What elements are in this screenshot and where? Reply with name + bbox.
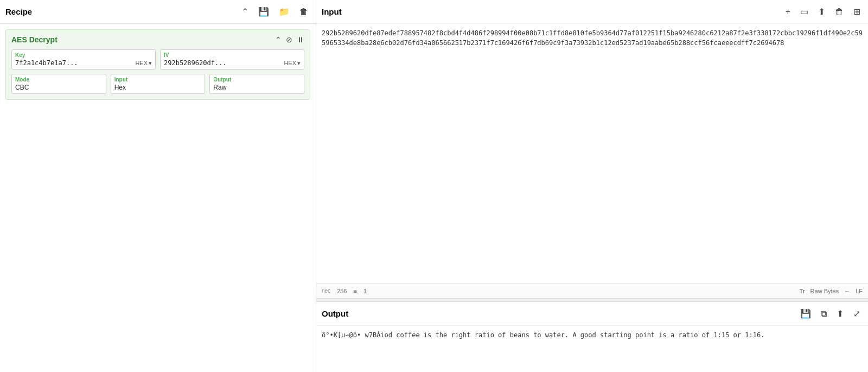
output-download-button[interactable]: ⬆ (834, 307, 846, 320)
output-copy-button[interactable]: ⧉ (819, 308, 829, 320)
aes-card-icons: ⌃ ⊘ ⏸ (275, 35, 304, 44)
recipe-header: Recipe ⌃ 💾 📁 🗑 (0, 0, 316, 24)
aes-output-value: Raw (213, 84, 301, 91)
recipe-body: AES Decrypt ⌃ ⊘ ⏸ Key 7f2a1c4b7e1a7... H… (0, 24, 316, 372)
statusbar-arrow-icon: ← (844, 288, 850, 294)
statusbar-lf[interactable]: LF (856, 288, 863, 294)
aes-iv-label: IV (164, 52, 301, 58)
output-text: õ°•K[u∽@ö• w7BÀiod coffee is the right r… (322, 331, 764, 339)
input-upload-button[interactable]: ⬆ (816, 5, 827, 18)
aes-pause-icon[interactable]: ⏸ (297, 35, 304, 44)
aes-key-value-row: 7f2a1c4b7e1a7... HEX ▾ (15, 59, 152, 67)
aes-input-field[interactable]: Input Hex (111, 74, 206, 94)
input-header: Input + ▭ ⬆ 🗑 ⊞ (316, 0, 868, 24)
left-panel: Recipe ⌃ 💾 📁 🗑 AES Decrypt ⌃ ⊘ ⏸ (0, 0, 316, 372)
input-statusbar: nec 256 ≡ 1 Tr Raw Bytes ← LF (316, 283, 868, 298)
recipe-title: Recipe (5, 7, 235, 16)
recipe-chevron-button[interactable]: ⌃ (239, 5, 251, 18)
right-panel: Input + ▭ ⬆ 🗑 ⊞ 292b5289620dfe87edef7889… (316, 0, 868, 372)
output-header-icons: 💾 ⧉ ⬆ ⤢ (798, 307, 863, 320)
statusbar-right: Tr Raw Bytes ← LF (800, 288, 863, 294)
statusbar-lines: 1 (363, 288, 367, 294)
aes-key-iv-row: Key 7f2a1c4b7e1a7... HEX ▾ IV 292b528962… (11, 49, 304, 70)
aes-input-value: Hex (114, 84, 202, 91)
output-content-area: õ°•K[u∽@ö• w7BÀiod coffee is the right r… (316, 326, 868, 372)
input-trash-button[interactable]: 🗑 (833, 6, 846, 18)
output-save-button[interactable]: 💾 (798, 307, 813, 320)
statusbar-count: 256 (337, 288, 347, 294)
input-section: Input + ▭ ⬆ 🗑 ⊞ 292b5289620dfe87edef7889… (316, 0, 868, 299)
aes-ban-icon[interactable]: ⊘ (286, 35, 292, 44)
aes-output-label: Output (213, 77, 301, 83)
aes-key-label: Key (15, 52, 152, 58)
aes-iv-field[interactable]: IV 292b5289620df... HEX ▾ (160, 49, 304, 70)
input-header-icons: + ▭ ⬆ 🗑 ⊞ (783, 5, 863, 18)
input-grid-button[interactable]: ⊞ (851, 5, 863, 18)
output-expand-button[interactable]: ⤢ (851, 307, 863, 320)
aes-mode-field[interactable]: Mode CBC (11, 74, 106, 94)
aes-input-label: Input (114, 77, 202, 83)
aes-mode-value: CBC (15, 84, 103, 91)
aes-iv-type[interactable]: HEX ▾ (284, 60, 301, 67)
statusbar-raw-bytes[interactable]: Raw Bytes (810, 288, 839, 294)
aes-iv-type-chevron-icon: ▾ (297, 60, 301, 67)
output-header: Output 💾 ⧉ ⬆ ⤢ (316, 302, 868, 326)
aes-card-header: AES Decrypt ⌃ ⊘ ⏸ (11, 35, 304, 44)
recipe-trash-button[interactable]: 🗑 (297, 6, 310, 18)
output-section: Output 💾 ⧉ ⬆ ⤢ õ°•K[u∽@ö• w7BÀiod coffee… (316, 301, 868, 372)
aes-key-type-chevron-icon: ▾ (149, 60, 152, 67)
aes-iv-value-row: 292b5289620df... HEX ▾ (164, 59, 301, 67)
aes-iv-value: 292b5289620df... (164, 59, 227, 67)
output-title: Output (322, 309, 798, 318)
aes-decrypt-card: AES Decrypt ⌃ ⊘ ⏸ Key 7f2a1c4b7e1a7... H… (5, 29, 310, 100)
aes-card-title: AES Decrypt (11, 35, 271, 44)
aes-mode-label: Mode (15, 77, 103, 83)
input-title: Input (322, 7, 783, 16)
aes-key-value: 7f2a1c4b7e1a7... (15, 59, 78, 67)
recipe-folder-button[interactable]: 📁 (277, 5, 292, 18)
input-content-area[interactable]: 292b5289620dfe87edef788957482f8cbd4f4d48… (316, 24, 868, 283)
aes-key-type[interactable]: HEX ▾ (135, 60, 152, 67)
aes-output-field[interactable]: Output Raw (209, 74, 304, 94)
input-rect-button[interactable]: ▭ (798, 5, 810, 18)
recipe-save-button[interactable]: 💾 (256, 5, 271, 18)
aes-mode-row: Mode CBC Input Hex Output Raw (11, 74, 304, 94)
recipe-header-icons: ⌃ 💾 📁 🗑 (239, 5, 310, 18)
statusbar-tr-icon: Tr (800, 288, 805, 294)
input-text: 292b5289620dfe87edef788957482f8cbd4f4d48… (322, 29, 863, 47)
aes-chevron-icon[interactable]: ⌃ (275, 35, 282, 44)
statusbar-lines-icon: ≡ (353, 288, 356, 294)
nec-label: nec (322, 288, 330, 294)
aes-key-field[interactable]: Key 7f2a1c4b7e1a7... HEX ▾ (11, 49, 156, 70)
input-add-button[interactable]: + (783, 6, 793, 18)
